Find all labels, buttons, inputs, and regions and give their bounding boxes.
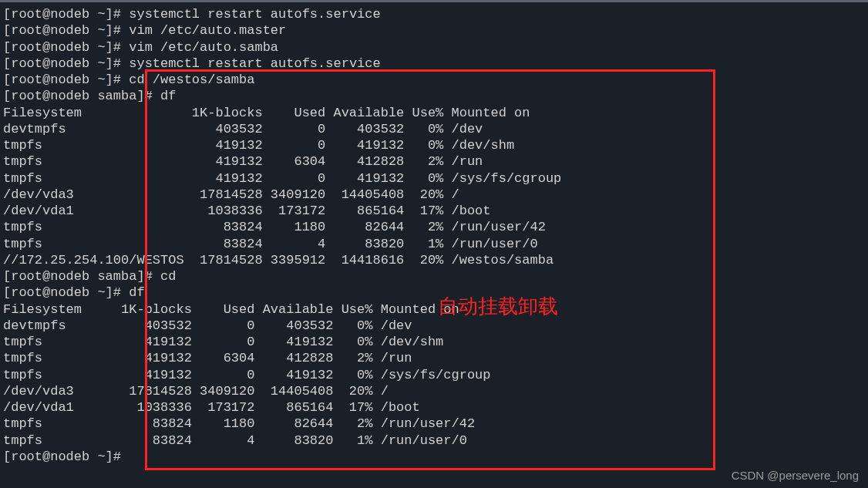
df-row: tmpfs 419132 0 419132 0% /sys/fs/cgroup (3, 367, 865, 383)
df-row: tmpfs 419132 0 419132 0% /dev/shm (3, 334, 865, 350)
df-row: tmpfs 419132 6304 412828 2% /run (3, 350, 865, 366)
df-row: tmpfs 83824 1180 82644 2% /run/user/42 (3, 219, 865, 235)
command: df (160, 89, 176, 103)
command: cd (160, 269, 176, 284)
df-row: /dev/vda3 17814528 3409120 14405408 20% … (3, 383, 865, 399)
cmd-line-6: [root@nodeb samba]# df (3, 88, 865, 104)
cmd-line-5: [root@nodeb ~]# cd /westos/samba (3, 72, 865, 88)
command: systemctl restart autofs.service (129, 7, 380, 22)
prompt: [root@nodeb ~]# (3, 449, 129, 464)
window-top-border (0, 0, 868, 2)
df-row: devtmpfs 403532 0 403532 0% /dev (3, 318, 865, 334)
prompt: [root@nodeb ~]# (3, 23, 129, 38)
df-row: devtmpfs 403532 0 403532 0% /dev (3, 121, 865, 137)
prompt: [root@nodeb ~]# (3, 7, 129, 22)
df-row: tmpfs 419132 6304 412828 2% /run (3, 153, 865, 170)
df-row: /dev/vda1 1038336 173172 865164 17% /boo… (3, 399, 865, 416)
command: systemctl restart autofs.service (129, 56, 380, 71)
command: vim /etc/auto.samba (129, 40, 278, 55)
df-row: /dev/vda1 1038336 173172 865164 17% /boo… (3, 203, 865, 219)
df-row: tmpfs 83824 1180 82644 2% /run/user/42 (3, 416, 865, 432)
df-row: //172.25.254.100/WESTOS 17814528 3395912… (3, 252, 865, 268)
cmd-line-7: [root@nodeb samba]# cd (3, 268, 865, 284)
df-row: tmpfs 419132 0 419132 0% /sys/fs/cgroup (3, 170, 865, 187)
prompt: [root@nodeb ~]# (3, 285, 129, 300)
prompt: [root@nodeb samba]# (3, 89, 160, 103)
cmd-line-1: [root@nodeb ~]# systemctl restart autofs… (3, 6, 865, 22)
command: df (129, 285, 144, 300)
prompt: [root@nodeb samba]# (3, 269, 160, 284)
df-row: tmpfs 83824 4 83820 1% /run/user/0 (3, 432, 865, 449)
cmd-line-2: [root@nodeb ~]# vim /etc/auto.master (3, 22, 865, 39)
command: cd /westos/samba (129, 72, 254, 87)
cmd-line-8: [root@nodeb ~]# df (3, 284, 865, 301)
df-header: Filesystem 1K-blocks Used Available Use%… (3, 301, 865, 318)
prompt: [root@nodeb ~]# (3, 56, 129, 71)
df-row: tmpfs 419132 0 419132 0% /dev/shm (3, 137, 865, 153)
terminal-output[interactable]: [root@nodeb ~]# systemctl restart autofs… (3, 6, 865, 465)
watermark: CSDN @persevere_long (732, 469, 859, 483)
df-header: Filesystem 1K-blocks Used Available Use%… (3, 105, 865, 121)
cmd-line-3: [root@nodeb ~]# vim /etc/auto.samba (3, 39, 865, 56)
cmd-line-4: [root@nodeb ~]# systemctl restart autofs… (3, 56, 865, 72)
command: vim /etc/auto.master (129, 23, 286, 38)
prompt: [root@nodeb ~]# (3, 40, 129, 55)
df-row: tmpfs 83824 4 83820 1% /run/user/0 (3, 236, 865, 252)
cmd-line-9: [root@nodeb ~]# (3, 449, 865, 465)
df-row: /dev/vda3 17814528 3409120 14405408 20% … (3, 187, 865, 203)
prompt: [root@nodeb ~]# (3, 72, 129, 87)
